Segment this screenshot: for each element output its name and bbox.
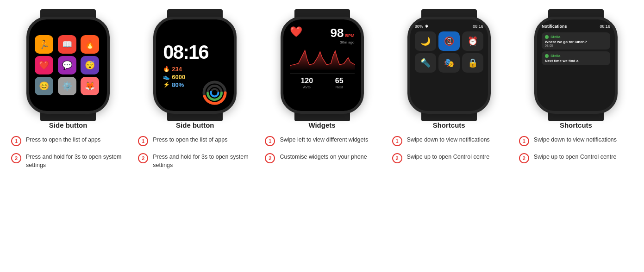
battery-icon: ⚡ — [163, 81, 170, 88]
stat-steps: 👟 6000 — [163, 74, 227, 80]
desc-items-4: 1 Swipe down to view notifications 2 Swi… — [392, 136, 506, 163]
battery-value: 80% — [172, 81, 184, 88]
notif-app-name-2: Stella — [550, 54, 560, 58]
step-number-2-1: 1 — [138, 136, 148, 146]
crown-3 — [362, 57, 364, 74]
avg-display: 120 AVG — [300, 77, 313, 89]
desc-item-1-2: 2 Press and hold for 3s to open system s… — [11, 153, 125, 169]
desc-item-5-2: 2 Swipe up to open Control centre — [519, 153, 633, 163]
main-container: 🏃 📖 🔥 ❤️ 💬 😴 😊 ⚙️ 🦊 Side button 1 — [5, 9, 639, 169]
rest-display: 65 Rest — [335, 77, 344, 89]
desc-item-4-2: 2 Swipe up to open Control centre — [392, 153, 506, 163]
app-icon-msg: 💬 — [58, 56, 76, 74]
shortcut-dnd: 📵 — [438, 31, 460, 51]
desc-4: Shortcuts 1 Swipe down to view notificat… — [389, 121, 509, 163]
notif-app-2: Stella — [545, 54, 607, 58]
section-5: Notifications 08:16 Stella Where we go f… — [513, 9, 639, 163]
desc-items-3: 1 Swipe left to view different widgets 2… — [265, 136, 379, 163]
shortcut-settings2: 🔒 — [462, 53, 483, 73]
step-number-4-2: 2 — [392, 153, 402, 163]
desc-item-3-2: 2 Customise widgets on your phone — [265, 153, 379, 163]
notif-app-1: Stella — [545, 35, 607, 39]
battery-percent: 80% — [415, 24, 423, 29]
rest-value: 65 — [335, 77, 344, 85]
notifications-display: Notifications 08:16 Stella Where we go f… — [537, 19, 615, 111]
step-number-5-1: 1 — [519, 136, 529, 146]
app-icon-book: 📖 — [58, 35, 76, 54]
clock-display: 08:16 🔥 234 👟 6000 ⚡ 80% — [156, 19, 234, 111]
watch-frame-4: 80% ✱ 08:16 🌙 📵 ⏰ 🔦 🎭 🔒 — [407, 17, 491, 114]
notif-message-2: Next time we find a — [545, 59, 607, 63]
step-text-4-2: Swipe up to open Control centre — [407, 153, 490, 161]
section-title-3: Widgets — [265, 121, 379, 129]
app-dot-1 — [545, 35, 549, 39]
notif-title: Notifications — [542, 24, 567, 29]
app-icon-heart: ❤️ — [35, 56, 53, 74]
shortcuts-time: 08:16 — [473, 24, 483, 29]
desc-item-1-1: 1 Press to open the list of apps — [11, 136, 125, 146]
bluetooth-icon: ✱ — [425, 24, 429, 29]
step-text-4-1: Swipe down to view notifications — [407, 136, 490, 144]
desc-item-4-1: 1 Swipe down to view notifications — [392, 136, 506, 146]
shortcut-header: 80% ✱ 08:16 — [415, 24, 483, 29]
bpm-number: 98 — [331, 26, 344, 40]
notif-time-1: 08:00 — [545, 44, 607, 47]
app-icon-emoji: 😊 — [35, 77, 53, 95]
step-number-3-1: 1 — [265, 136, 275, 146]
heart-icon: ❤️ — [290, 26, 302, 38]
avg-label: AVG — [300, 85, 313, 89]
step-number-5-2: 2 — [519, 153, 529, 163]
section-3: ❤️ 98 BPM 30m ago — [258, 9, 385, 163]
step-number-3-2: 2 — [265, 153, 275, 163]
crown-5 — [616, 57, 618, 74]
section-2: 08:16 🔥 234 👟 6000 ⚡ 80% — [131, 9, 258, 169]
calories-value: 234 — [172, 66, 182, 73]
shortcut-grid: 🌙 📵 ⏰ 🔦 🎭 🔒 — [415, 31, 483, 73]
heart-display: ❤️ 98 BPM 30m ago — [283, 19, 361, 111]
watch-frame-3: ❤️ 98 BPM 30m ago — [281, 17, 364, 114]
notif-time: 08:16 — [600, 24, 610, 29]
stat-calories: 🔥 234 — [163, 66, 227, 73]
desc-2: Side button 1 Press to open the list of … — [135, 121, 255, 169]
step-text-2-2: Press and hold for 3s to open system set… — [153, 153, 252, 169]
desc-item-5-1: 1 Swipe down to view notifications — [519, 136, 633, 146]
heart-top: ❤️ 98 BPM 30m ago — [290, 26, 355, 44]
battery-status: 80% ✱ — [415, 24, 429, 29]
section-4: 80% ✱ 08:16 🌙 📵 ⏰ 🔦 🎭 🔒 — [386, 9, 513, 163]
desc-5: Shortcuts 1 Swipe down to view notificat… — [516, 121, 636, 163]
avg-value: 120 — [300, 77, 313, 85]
watch-screen-4: 80% ✱ 08:16 🌙 📵 ⏰ 🔦 🎭 🔒 — [410, 19, 488, 111]
crown-2 — [235, 57, 237, 74]
section-title-2: Side button — [138, 121, 252, 129]
watch-screen-3: ❤️ 98 BPM 30m ago — [283, 19, 361, 111]
shortcut-alarm: ⏰ — [462, 31, 483, 51]
desc-items-2: 1 Press to open the list of apps 2 Press… — [138, 136, 252, 169]
section-1: 🏃 📖 🔥 ❤️ 💬 😴 😊 ⚙️ 🦊 Side button 1 — [5, 9, 131, 169]
desc-item-3-1: 1 Swipe left to view different widgets — [265, 136, 379, 146]
section-title-5: Shortcuts — [519, 121, 633, 129]
notif-item-2: Stella Next time we find a — [542, 51, 610, 65]
shortcut-moon: 🌙 — [415, 31, 436, 51]
desc-item-2-2: 2 Press and hold for 3s to open system s… — [138, 153, 252, 169]
steps-value: 6000 — [172, 74, 185, 80]
bpm-unit: BPM — [345, 33, 355, 38]
shortcut-torch: 🔦 — [415, 53, 436, 73]
step-text-1-2: Press and hold for 3s to open system set… — [26, 153, 125, 169]
desc-items-1: 1 Press to open the list of apps 2 Press… — [11, 136, 125, 169]
section-title-1: Side button — [11, 121, 125, 129]
notif-app-name-1: Stella — [550, 35, 560, 39]
app-grid: 🏃 📖 🔥 ❤️ 💬 😴 😊 ⚙️ 🦊 — [29, 19, 107, 111]
bpm-row: 98 BPM — [331, 26, 355, 40]
watch-frame-5: Notifications 08:16 Stella Where we go f… — [534, 17, 618, 114]
shortcut-theater: 🎭 — [438, 53, 460, 73]
activity-rings — [202, 80, 227, 105]
footprint-icon: 👟 — [163, 74, 170, 80]
watch-screen-2: 08:16 🔥 234 👟 6000 ⚡ 80% — [156, 19, 234, 111]
watch-frame-2: 08:16 🔥 234 👟 6000 ⚡ 80% — [153, 17, 237, 114]
section-title-4: Shortcuts — [392, 121, 506, 129]
app-icon-settings: ⚙️ — [58, 77, 76, 95]
app-icon-moon: 😴 — [81, 56, 99, 74]
step-text-5-1: Swipe down to view notifications — [534, 136, 617, 144]
heart-chart — [290, 46, 355, 72]
desc-item-2-1: 1 Press to open the list of apps — [138, 136, 252, 146]
